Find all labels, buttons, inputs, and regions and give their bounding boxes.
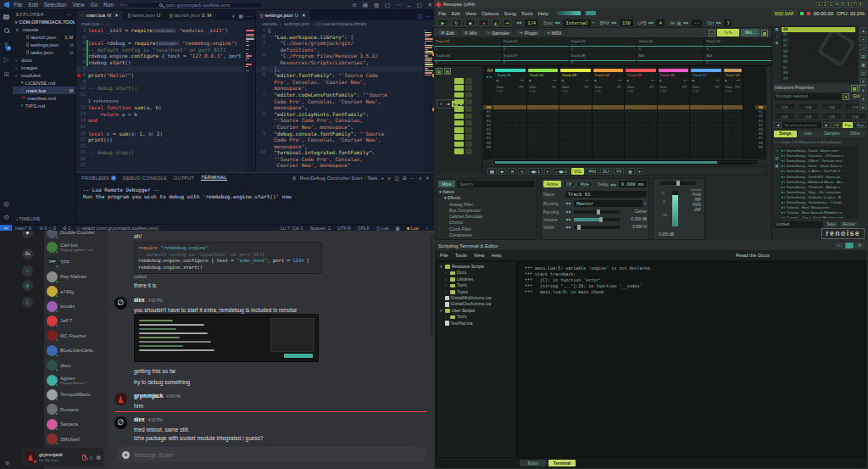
tab-terminal[interactable]: Terminal <box>548 460 576 466</box>
settings-gear-icon[interactable]: ⚙ <box>5 460 9 466</box>
song-file-8[interactable]: ▸♪ DemoSong - Skyr - No Limitation... <box>782 190 856 195</box>
dm-item-TPP[interactable]: TPPTPP <box>47 255 107 269</box>
file-tool-icon[interactable]: ▤ <box>773 154 781 162</box>
strip-icon[interactable]: ▲ <box>860 27 867 34</box>
account-icon[interactable]: ◍ <box>3 200 9 208</box>
menu-item-file[interactable]: File <box>14 2 22 8</box>
strip-icon[interactable]: ▪ <box>860 36 867 42</box>
panel-action-icon[interactable]: ∨ <box>387 176 391 181</box>
ptool-pan[interactable]: PAN <box>586 168 598 175</box>
inst-tool-icon[interactable]: ♪ <box>773 33 781 40</box>
scope-Track05[interactable]: Track 055 <box>704 38 771 52</box>
ptool-1[interactable]: ◀▶ 1 <box>528 168 542 175</box>
status-item[interactable]: ◔ <box>426 226 428 231</box>
ptool-dly[interactable]: DLY <box>600 168 612 175</box>
stepper-value[interactable]: 4 <box>656 20 664 26</box>
window-control-icon[interactable]: ▢ <box>385 2 390 8</box>
off-button[interactable]: Off <box>563 181 575 187</box>
stepper-arrows[interactable]: ◀▶ <box>565 209 572 214</box>
tree-Tools[interactable]: ›Tools <box>437 282 515 288</box>
menu-item-tools[interactable]: Tools <box>455 253 467 258</box>
message-author[interactable]: alex <box>134 416 145 422</box>
dropdown-arrow[interactable]: ▾ <box>644 201 647 205</box>
ptool-[interactable]: ▦ <box>626 168 634 175</box>
menu-item-file[interactable]: File <box>440 253 448 258</box>
matrix-cell[interactable] <box>454 92 464 98</box>
editor-action-icon[interactable]: ◫ <box>417 13 422 19</box>
window-control-icon[interactable]: ⋯ <box>396 2 402 8</box>
sidebar-item-docs[interactable]: ›docs <box>13 56 75 64</box>
slot-5[interactable]: 5 <box>840 2 845 8</box>
menu-item-tools[interactable]: Tools <box>521 11 533 16</box>
sidebar-item-LICENSEmd[interactable]: ≡LICENSE.md <box>13 79 75 87</box>
tree-Tools[interactable]: ›Tools <box>437 314 515 320</box>
pattern-track-Track07[interactable]: Track 07◀▪▪NoteFXPLAY··· ·· ·· ···· ····… <box>690 66 723 159</box>
matrix-cell-dim[interactable] <box>465 85 472 91</box>
status-item[interactable]: ▦ <box>395 226 399 231</box>
matrix-cell[interactable] <box>454 134 464 140</box>
dm-item-Sanjana[interactable]: Sanjana <box>47 417 107 431</box>
tree-native[interactable]: ▾ Native <box>439 189 537 195</box>
dsp-slider[interactable] <box>574 218 620 221</box>
effect-AnalogFilter[interactable]: Analog Filter <box>439 202 537 208</box>
dm-item-dbox[interactable]: dbox <box>47 359 107 372</box>
scope-Track01[interactable]: Track 011 <box>434 38 501 52</box>
slider-thumb[interactable] <box>599 217 603 222</box>
song-file-9[interactable]: ▸♪ DemoSong - Sodiufas & jalex - R... <box>782 195 856 200</box>
ptool-[interactable]: ▾ <box>544 168 551 175</box>
menu-item-selection[interactable]: Selection <box>44 2 67 8</box>
matrix-cell-dim[interactable] <box>465 92 472 98</box>
slot-2[interactable]: 2 <box>822 2 827 8</box>
effect-Chorus[interactable]: Chorus <box>439 220 537 226</box>
slot-4[interactable]: 4 <box>834 2 839 8</box>
song-file-5[interactable]: ▸♪ DemoSong - Keith303 - Burst yo... <box>782 175 856 180</box>
vscode-command-center[interactable]: com.grymmjack.toolfest.xrnx <box>127 2 263 8</box>
stepper-arrows[interactable]: ◀▶ <box>554 20 561 25</box>
source-control-icon[interactable]: ⊻3 <box>4 42 9 49</box>
phrase-off[interactable]: Off <box>832 122 842 128</box>
pan-slider[interactable] <box>660 181 696 185</box>
stepper-arrows[interactable]: ◀▶ <box>516 20 523 25</box>
pattern-track-Track04[interactable]: Track 04◀▪▪NoteFXPLAY··· ·· ·· ···· ····… <box>593 66 626 159</box>
more-actions-icon[interactable]: ⋯ <box>67 12 72 17</box>
song-file-7[interactable]: ▸♪ DemoSong - Phobium - Abrupt.x... <box>782 185 856 190</box>
scope-Track08[interactable]: Track 088 <box>570 53 637 66</box>
tab-mainlua[interactable]: ☾main.luaM✕ <box>76 10 124 20</box>
panel-action-icon[interactable]: ⋯ <box>410 176 415 181</box>
phrase-prev[interactable]: ◀ <box>774 122 782 128</box>
phrase-dropdown[interactable]: No phrases present <box>782 122 821 128</box>
collapse-icon[interactable]: ◀ <box>561 79 564 82</box>
ptool-vol[interactable]: VOL <box>571 168 584 175</box>
collapse-icon[interactable]: ◀ <box>529 79 531 82</box>
tree-GlobalOscActionslua[interactable]: GlobalOscActions.lua <box>437 301 515 307</box>
mute-dots[interactable]: ▪▪ <box>737 79 740 82</box>
transport-toggle[interactable]: ◭ <box>492 19 500 26</box>
status-item[interactable]: ⚙ 1 <box>63 226 71 231</box>
macro-cell[interactable]: N/A <box>821 112 843 120</box>
sidebar-item-manifestxml[interactable]: <>manifest.xml <box>13 94 75 102</box>
view-tab-midi[interactable]: ●MIDI <box>543 29 565 36</box>
matrix-cell[interactable] <box>454 127 464 133</box>
server-partial-icon[interactable]: ◆ <box>22 231 33 238</box>
props-icon[interactable]: ▦ <box>851 85 858 92</box>
panel-action-icon[interactable]: ✕ <box>426 176 430 181</box>
editor-settings-json[interactable]: 1{2 "Lua.workspace.library": [3 "C:/User… <box>256 27 434 172</box>
window-control-icon[interactable]: ▥ <box>374 2 379 8</box>
mute-button[interactable]: Mute <box>576 181 593 187</box>
transport-toggle[interactable]: ⇥ <box>503 19 511 26</box>
add-server-icon[interactable]: + <box>22 265 33 276</box>
scope-S01[interactable]: S011 <box>704 53 771 66</box>
matrix-cell[interactable] <box>454 142 464 148</box>
browser-tab-Instr[interactable]: Instr. <box>798 131 821 137</box>
browser-tab-Samples[interactable]: Samples <box>821 131 843 137</box>
matrix-icon[interactable]: ▥ <box>444 68 451 75</box>
stepper-value[interactable]: 130 <box>620 20 633 26</box>
avatar[interactable]: ∅ <box>114 416 127 429</box>
dm-item-brooks[interactable]: brooks <box>47 299 107 313</box>
plugin-dropdown[interactable]: No plugin selected <box>774 93 841 100</box>
menu-item-run[interactable]: Run <box>103 2 114 8</box>
panel-tab-terminal[interactable]: TERMINAL <box>201 175 226 181</box>
ptool-[interactable]: ↻ <box>518 168 526 175</box>
sidebar-item-vscode[interactable]: ∨.vscode <box>13 25 75 33</box>
editor-action-icon[interactable]: ▦ <box>238 13 243 19</box>
